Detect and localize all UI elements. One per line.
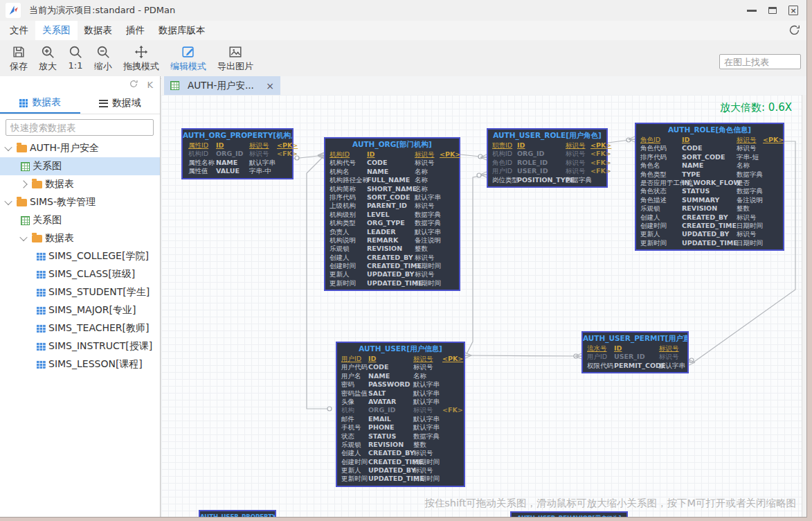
diagram-icon <box>21 162 30 171</box>
table-icon <box>36 252 46 260</box>
tree-table-sims-instruct[interactable]: SIMS_INSTRUCT[授课] <box>0 337 160 355</box>
tab-datadomains[interactable]: 数据域 <box>80 93 161 114</box>
table-field-row: 创建时间CREATED_TIME日期时间 <box>636 222 783 230</box>
drag-mode-button[interactable]: 拖拽模式 <box>118 42 165 73</box>
diagram-table-auth-user-permit[interactable]: AUTH_USER_PERMIT[用户直接权限]流水号ID标识号用户IDUSER… <box>581 331 689 373</box>
minimize-button[interactable] <box>747 10 757 12</box>
diagram-table-auth-org-property[interactable]: AUTH_ORG_PROPERTY[机构属性]属性IDID标识号<PK>机构ID… <box>181 128 294 179</box>
table-field-row: 机构说明REMARK备注说明 <box>325 236 459 245</box>
tab-datatables[interactable]: 数据表 <box>0 93 80 114</box>
field-cell: USER_ID <box>614 353 645 362</box>
field-cell: 机构级别 <box>330 211 356 220</box>
menu-item-datatable[interactable]: 数据表 <box>78 21 120 40</box>
table-header: AUTH_USER[用户信息] <box>337 343 464 355</box>
menu-item-file[interactable]: 文件 <box>3 21 35 40</box>
save-button[interactable]: 保存 <box>4 42 33 73</box>
table-field-row: 密码PASSWORD默认字串 <box>337 380 464 389</box>
field-cell: 整数 <box>737 204 750 213</box>
field-cell: ID <box>682 136 689 145</box>
k-shortcut-icon[interactable]: K <box>147 80 153 90</box>
diagram-table-auth-user-property[interactable]: AUTH_USER_PROPERTY[用户属性] <box>199 510 276 517</box>
zoom-in-button[interactable]: 放大 <box>33 42 62 73</box>
sync-arrow-icon[interactable] <box>788 24 801 39</box>
diagram-table-auth-user-behavior[interactable]: AUTH_USER_BEHAVIOR[用户行为] <box>510 511 628 517</box>
chevron-down-icon[interactable] <box>19 233 27 241</box>
diagram-table-auth-org[interactable]: AUTH_ORG[部门机构]机构IDID标识号<PK>机构代号CODE标识号机构… <box>324 137 460 291</box>
tab-close-icon[interactable]: × <box>266 81 274 91</box>
field-cell: <FK> <box>590 159 611 168</box>
tree-item-label: 数据表 <box>45 232 74 245</box>
field-cell: 乐观锁 <box>330 245 350 254</box>
chevron-down-icon[interactable] <box>4 197 12 205</box>
tree-table-sims-major[interactable]: SIMS_MAJOR[专业] <box>0 301 160 319</box>
field-cell: LEADER <box>367 228 396 237</box>
tree-auth-tables[interactable]: 数据表 <box>0 175 160 193</box>
field-cell: 数据字典 <box>415 211 441 220</box>
field-cell: 标识号 <box>413 466 433 475</box>
tree-table-sims-student[interactable]: SIMS_STUDENT[学生] <box>0 283 160 301</box>
toolbar-button-label: 拖拽模式 <box>123 60 159 73</box>
zoom-reset-button[interactable]: 1:1 <box>62 42 89 73</box>
field-cell: <FK> <box>590 150 611 159</box>
table-field-row: 乐观锁REVISION整数 <box>325 245 459 253</box>
field-cell: 手机号 <box>341 423 361 432</box>
main-area: K 数据表数据域 AUTH-用户安全关系图数据表SIMS-教学管理关系图数据表S… <box>0 76 806 517</box>
field-cell: CREATED_TIME <box>682 222 737 231</box>
table-field-row: 角色名NAME名称 <box>636 161 783 170</box>
field-cell: 数据字典 <box>413 432 440 441</box>
find-table-input[interactable] <box>719 54 801 69</box>
menu-item-db-version[interactable]: 数据库版本 <box>152 21 213 40</box>
table-field-row: 是否应用于工作流IN_WORK_FLOW是否 <box>636 179 783 187</box>
table-header: AUTH_USER_PERMIT[用户直接权限] <box>583 333 687 344</box>
tree-sims-tables[interactable]: 数据表 <box>0 229 160 247</box>
tree-item-label: SIMS_MAJOR[专业] <box>48 304 136 317</box>
menu-item-plugin[interactable]: 插件 <box>119 21 152 40</box>
zoom-out-button[interactable]: 缩小 <box>89 42 118 73</box>
table-field-row: 状态STATUS数据字典 <box>337 432 464 441</box>
field-cell: <FK> <box>442 406 463 415</box>
field-cell: PASSWORD <box>368 380 410 389</box>
field-cell: SUMMARY <box>682 196 720 205</box>
chevron-down-icon[interactable] <box>4 143 12 151</box>
sidebar-search-input[interactable] <box>6 119 154 136</box>
field-cell: 更新人 <box>341 466 361 475</box>
field-cell: 标识号 <box>415 254 435 263</box>
canvas-vertical-scrollbar[interactable] <box>802 95 806 517</box>
edit-mode-button[interactable]: 编辑模式 <box>165 42 212 73</box>
tree-auth-module[interactable]: AUTH-用户安全 <box>0 139 160 157</box>
tree-table-sims-class[interactable]: SIMS_CLASS[班级] <box>0 265 160 283</box>
field-cell: 属性名称 <box>188 159 215 168</box>
diagram-table-auth-role[interactable]: AUTH_ROLE[角色信息]角色IDID标识号<PK>角色代码CODE标识号排… <box>635 123 784 251</box>
close-button[interactable]: × <box>788 6 798 15</box>
field-cell: 头像 <box>341 398 354 407</box>
canvas-column: AUTH-用户安... × 放大倍数: 0.6X 按住shift可拖动关系图，滑… <box>161 76 806 517</box>
diagram-icon <box>170 81 179 90</box>
field-cell: ORG_ID <box>368 406 395 415</box>
tree-sims-diagram[interactable]: 关系图 <box>0 211 160 229</box>
canvas-tab-auth[interactable]: AUTH-用户安... × <box>164 76 280 95</box>
chevron-right-icon[interactable] <box>19 180 27 188</box>
tree-table-sims-college[interactable]: SIMS_COLLEGE[学院] <box>0 247 160 265</box>
export-image-button[interactable]: 导出图片 <box>212 42 259 73</box>
zoom-factor-label: 放大倍数: 0.6X <box>720 101 792 114</box>
field-cell: 排序代码 <box>330 193 356 202</box>
tree-table-sims-teacher[interactable]: SIMS_TEACHER[教师] <box>0 319 160 337</box>
maximize-button[interactable] <box>768 7 777 14</box>
field-cell: 标识号 <box>737 230 757 239</box>
diagram-icon <box>21 216 30 225</box>
tree-auth-diagram[interactable]: 关系图 <box>0 157 160 175</box>
table-field-row: 排序代码SORT_CODE字串-短 <box>636 153 783 161</box>
tree-table-sims-lesson[interactable]: SIMS_LESSON[课程] <box>0 355 160 373</box>
refresh-icon[interactable] <box>129 79 138 91</box>
diagram-table-auth-user-role[interactable]: AUTH_USER_ROLE[用户角色]职责IDID标识号<PK>机构IDORG… <box>487 128 608 188</box>
diagram-table-auth-user[interactable]: AUTH_USER[用户信息]用户IDID标识号<PK>用户代码CODE标识号用… <box>336 342 465 487</box>
sidebar-minibar: K <box>0 76 160 93</box>
title-bar: 当前为演示项目:standard - PDMan × <box>0 0 806 21</box>
field-cell: 更新时间 <box>330 279 356 288</box>
toolbar: 保存放大1:1缩小拖拽模式编辑模式导出图片 <box>0 40 806 79</box>
tree-sims-module[interactable]: SIMS-教学管理 <box>0 193 160 211</box>
menu-item-diagram[interactable]: 关系图 <box>35 21 78 40</box>
diagram-canvas[interactable]: 放大倍数: 0.6X 按住shift可拖动关系图，滑动鼠标可放大缩小关系图，按下… <box>161 95 802 517</box>
field-cell: 默认字串 <box>413 389 440 398</box>
field-cell: UPDATED_TIME <box>682 239 738 248</box>
